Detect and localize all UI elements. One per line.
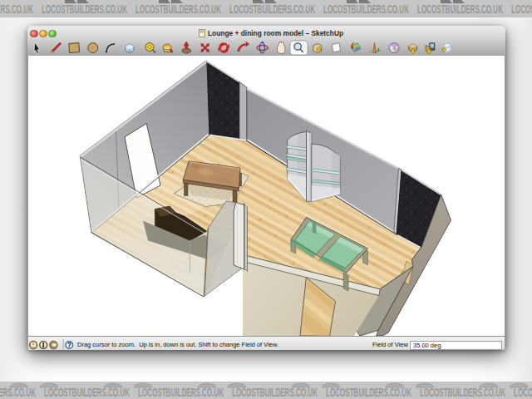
svg-text:LOCOSTBUILDERS.CO.UK: LOCOSTBUILDERS.CO.UK	[232, 386, 318, 399]
svg-text:LOCOSTBUILDERS.CO.UK: LOCOSTBUILDERS.CO.UK	[135, 2, 221, 16]
svg-text:LOCOSTBUILDERS.CO.UK: LOCOSTBUILDERS.CO.UK	[326, 386, 411, 399]
svg-text:LOCOSTBUILDERS.CO.UK: LOCOSTBUILDERS.CO.UK	[44, 386, 130, 399]
svg-text:LOCOSTBUILDERS.CO.UK: LOCOSTBUILDERS.CO.UK	[420, 386, 505, 399]
svg-text:?: ?	[67, 341, 71, 349]
svg-text:LOCOSTBUILDERS.CO.UK: LOCOSTBUILDERS.CO.UK	[42, 2, 127, 16]
svg-text:LOCOSTBUILDERS.CO.UK: LOCOSTBUILDERS.CO.UK	[0, 2, 33, 16]
svg-text:LOCOSTBUILDERS.CO.UK: LOCOSTBUILDERS.CO.UK	[0, 386, 36, 399]
svg-text:LOCOSTBUILDERS.CO.UK: LOCOSTBUILDERS.CO.UK	[323, 2, 409, 16]
svg-text:LOCOSTBUILDERS.CO.UK: LOCOSTBUILDERS.CO.UK	[511, 2, 532, 16]
svg-text:LOCOSTBUILDERS.CO.UK: LOCOSTBUILDERS.CO.UK	[138, 386, 224, 399]
svg-text:LOCOSTBUILDERS.CO.UK: LOCOSTBUILDERS.CO.UK	[514, 386, 532, 399]
svg-text:LOCOSTBUILDERS.CO.UK: LOCOSTBUILDERS.CO.UK	[417, 2, 503, 16]
svg-text:LOCOSTBUILDERS.CO.UK: LOCOSTBUILDERS.CO.UK	[229, 2, 315, 16]
